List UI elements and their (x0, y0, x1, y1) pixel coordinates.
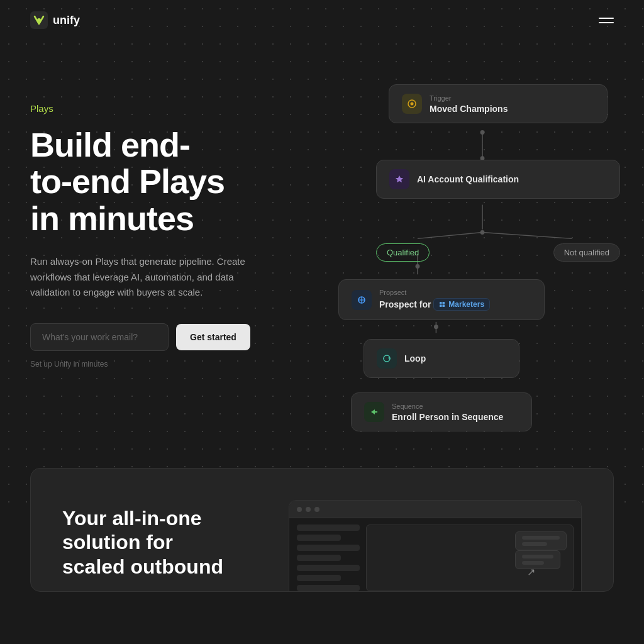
ai-card: AI Account Qualification (376, 160, 620, 199)
hero-title: Build end- to-end Plays in minutes (30, 126, 319, 236)
svg-point-13 (434, 325, 438, 329)
trigger-label: Trigger (430, 94, 508, 102)
hero-description: Run always-on Plays that generate pipeli… (30, 254, 263, 301)
prospect-card: Propsect Prospect for Marketers (338, 279, 545, 320)
svg-rect-23 (440, 305, 442, 308)
bottom-section: Your all-in-one solution for scaled outb… (30, 468, 614, 592)
sequence-label: Sequence (392, 402, 503, 410)
svg-line-9 (482, 233, 572, 239)
ai-card-content: AI Account Qualification (417, 174, 519, 184)
svg-rect-21 (440, 302, 442, 304)
sc-row-2 (297, 535, 341, 541)
svg-line-8 (418, 233, 482, 239)
prospect-label: Propsect (379, 289, 490, 296)
ai-icon (389, 169, 409, 189)
logo-text: unify (53, 14, 80, 27)
workflow-diagram: Trigger Moved Champions AI Account Quali… (319, 84, 614, 424)
trigger-icon (402, 94, 422, 114)
screenshot-dot-3 (314, 507, 319, 512)
logo[interactable]: unify (30, 11, 80, 29)
ai-title: AI Account Qualification (417, 174, 519, 184)
sc-inner-card-1 (515, 531, 567, 550)
hero-section: Plays Build end- to-end Plays in minutes… (0, 40, 644, 468)
screenshot-dot-1 (297, 507, 302, 512)
workflow-diagram-inner: Trigger Moved Champions AI Account Quali… (338, 84, 626, 418)
prospect-card-content: Propsect Prospect for Marketers (379, 289, 490, 311)
trigger-title: Moved Champions (430, 104, 508, 114)
sc-row-4 (297, 555, 341, 561)
trigger-card: Trigger Moved Champions (389, 84, 608, 123)
screenshot-content: ↗ (289, 518, 581, 591)
setup-hint: Set up Unify in minutes (30, 360, 319, 369)
prospect-title: Prospect for Marketers (379, 298, 490, 311)
sc-row-1 (297, 525, 360, 531)
bottom-left: Your all-in-one solution for scaled outb… (62, 500, 264, 591)
svg-point-17 (411, 103, 414, 106)
loop-card-content: Loop (404, 353, 426, 364)
hero-left: Plays Build end- to-end Plays in minutes… (30, 91, 319, 369)
svg-point-3 (480, 130, 485, 135)
bottom-screenshot: ↗ (289, 500, 582, 591)
qualified-badge: Qualified (376, 243, 430, 262)
navigation: unify (0, 0, 644, 40)
sequence-title: Enroll Person in Sequence (392, 412, 503, 422)
sc-row-3 (297, 545, 360, 551)
logo-icon (30, 11, 48, 29)
svg-point-1 (37, 18, 41, 22)
marketers-icon (439, 301, 445, 308)
loop-title: Loop (404, 353, 426, 364)
get-started-button[interactable]: Get started (176, 324, 250, 350)
cta-row: Get started (30, 323, 319, 351)
sc-row-7 (297, 585, 360, 591)
loop-card: Loop (364, 339, 519, 378)
svg-rect-24 (443, 305, 445, 308)
sc-left-panel (297, 525, 360, 591)
sequence-card-content: Sequence Enroll Person in Sequence (392, 402, 503, 422)
sc-inner-card-2 (515, 550, 560, 569)
screenshot-header (289, 501, 581, 518)
sc-right-panel: ↗ (366, 525, 574, 591)
sc-row-5 (297, 565, 360, 571)
marketers-tag: Marketers (433, 298, 490, 311)
bottom-right: ↗ (289, 500, 582, 591)
cursor-icon: ↗ (527, 566, 535, 578)
trigger-card-content: Trigger Moved Champions (430, 94, 508, 114)
svg-rect-22 (443, 302, 445, 304)
not-qualified-badge: Not qualified (553, 243, 620, 262)
plays-label: Plays (30, 103, 319, 114)
svg-point-7 (480, 230, 485, 235)
email-input[interactable] (30, 323, 169, 351)
sequence-icon (364, 402, 384, 422)
hamburger-menu[interactable] (599, 18, 614, 23)
loop-icon (377, 348, 397, 369)
sc-row-6 (297, 575, 341, 581)
svg-point-11 (416, 264, 420, 269)
screenshot-dot-2 (306, 507, 311, 512)
bottom-title: Your all-in-one solution for scaled outb… (62, 506, 264, 579)
sequence-card: Sequence Enroll Person in Sequence (351, 392, 532, 431)
prospect-icon (352, 290, 372, 310)
